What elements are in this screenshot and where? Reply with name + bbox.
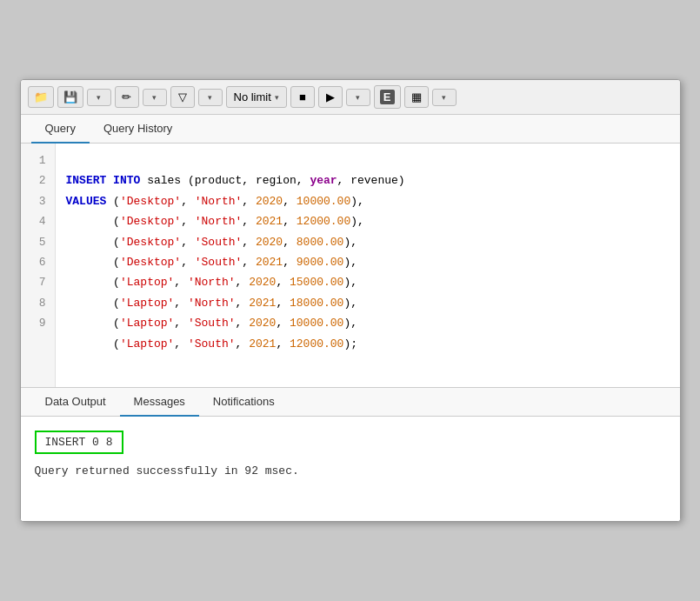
code-editor[interactable]: INSERT INTO sales (product, region, year… [56,144,680,387]
stop-icon: ■ [299,90,306,104]
result-area: Data Output Messages Notifications INSER… [21,387,680,521]
pencil-icon: ✏ [122,90,131,104]
line-numbers: 1 2 3 4 5 6 7 8 9 [21,144,56,387]
line-num-2: 2 [30,170,46,190]
result-tab-bar: Data Output Messages Notifications [21,388,680,417]
explain-icon: E [380,90,395,104]
filter-button[interactable]: ▽ [170,86,195,108]
more-chevron-icon: ▾ [442,93,446,102]
result-content: INSERT 0 8 Query returned successfully i… [21,417,680,521]
limit-select[interactable]: No limit ▾ [226,86,287,108]
line-num-4: 4 [30,211,46,231]
limit-chevron-icon: ▾ [275,93,279,102]
stop-button[interactable]: ■ [290,86,315,108]
line-num-1: 1 [30,150,46,170]
line-num-3: 3 [30,191,46,211]
toolbar: 📁 💾 ▾ ✏ ▾ ▽ ▾ No limit ▾ ■ ▶ ▾ [21,80,680,115]
query-tab-bar: Query Query History [21,115,680,144]
chevron-down-icon-2: ▾ [152,93,157,102]
tab-messages[interactable]: Messages [120,388,199,417]
chevron-down-icon-3: ▾ [208,93,212,102]
result-message: Query returned successfully in 92 msec. [35,464,666,477]
tab-notifications[interactable]: Notifications [199,388,289,417]
limit-label: No limit [234,90,271,104]
play-icon: ▶ [326,90,335,104]
line-num-9: 9 [30,313,46,333]
save-icon: 💾 [63,90,77,104]
tab-query-history[interactable]: Query History [90,115,186,144]
chart-icon: ▦ [411,90,422,104]
chevron-down-icon: ▾ [97,93,101,102]
main-window: 📁 💾 ▾ ✏ ▾ ▽ ▾ No limit ▾ ■ ▶ ▾ [20,79,681,522]
filter-dropdown-button[interactable]: ▾ [198,89,223,106]
edit-dropdown-button[interactable]: ▾ [143,89,167,106]
open-button[interactable]: 📁 [28,86,54,108]
line-num-6: 6 [30,252,46,272]
explain-button[interactable]: E [374,85,401,109]
save-button[interactable]: 💾 [57,86,83,108]
line-num-5: 5 [30,232,46,252]
line-num-8: 8 [30,293,46,313]
more-button[interactable]: ▾ [432,89,457,106]
filter-icon: ▽ [178,90,187,104]
play-button[interactable]: ▶ [318,86,343,108]
folder-icon: 📁 [34,90,48,104]
chevron-down-icon-4: ▾ [356,93,360,102]
line-num-7: 7 [30,272,46,292]
edit-button[interactable]: ✏ [115,86,139,108]
tab-data-output[interactable]: Data Output [31,388,120,417]
result-badge: INSERT 0 8 [35,431,123,454]
tab-query[interactable]: Query [31,115,90,144]
save-dropdown-button[interactable]: ▾ [87,89,111,106]
chart-button[interactable]: ▦ [404,86,429,108]
editor-area: 1 2 3 4 5 6 7 8 9 INSERT INTO sales (pro… [21,144,680,387]
play-dropdown-button[interactable]: ▾ [346,89,370,106]
